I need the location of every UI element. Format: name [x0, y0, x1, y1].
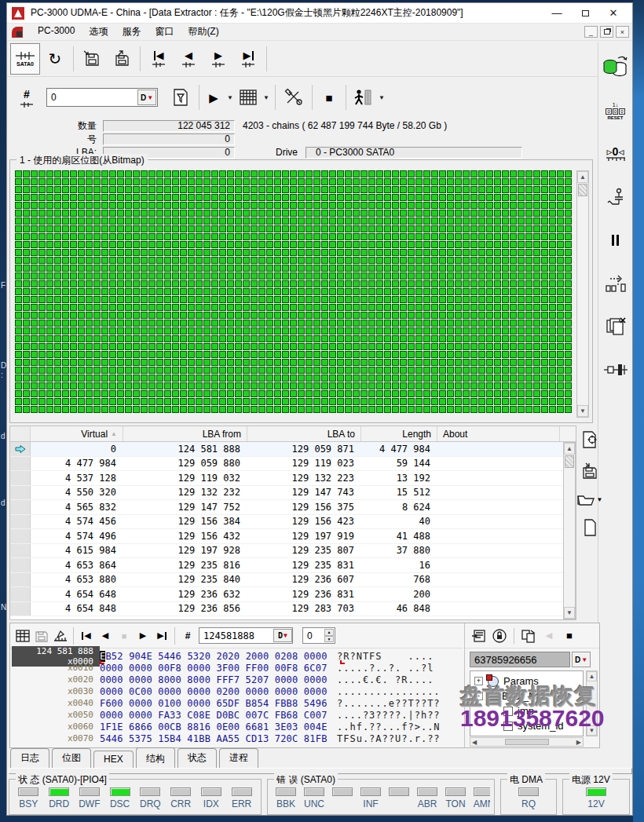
start-read-button[interactable]: ▶ [203, 82, 225, 113]
tab-进程[interactable]: 进程 [219, 748, 258, 768]
sector-counter-input[interactable]: 0 D▼ [46, 88, 158, 107]
decimal-toggle-button[interactable]: D▼ [273, 629, 292, 642]
scroll-up-icon[interactable]: ▲ [577, 171, 588, 183]
run-agent-button[interactable] [349, 82, 376, 113]
row-gutter[interactable] [10, 500, 31, 514]
table-row[interactable]: 4 537 128129 119 032129 132 22313 192 [10, 471, 576, 486]
refresh-task-button[interactable]: ↻ [40, 43, 70, 75]
save-map-button[interactable] [581, 462, 598, 480]
structure-stop-button[interactable]: ■ [560, 627, 579, 645]
table-row[interactable]: 4 654 848129 236 856129 283 70346 848 [10, 602, 576, 617]
row-gutter[interactable] [10, 457, 31, 471]
tab-位图[interactable]: 位图 [52, 748, 91, 768]
save-task-button[interactable] [77, 43, 107, 75]
menu-item-3[interactable]: 服务 [115, 24, 148, 40]
row-gutter[interactable] [10, 602, 31, 616]
hex-stop-button[interactable]: ■ [115, 627, 134, 645]
bus-config-button[interactable] [601, 356, 631, 384]
row-gutter[interactable] [10, 544, 31, 558]
nav-first-chain-button[interactable]: ◀ [144, 43, 174, 75]
hex-row[interactable]: x00500000 0000 FA33 C08E D0BC 007C FB68 … [12, 709, 463, 721]
hex-grid-view-button[interactable] [13, 627, 32, 645]
table-row[interactable]: 0124 581 888129 059 8714 477 984 [10, 442, 576, 457]
hex-row[interactable]: x00705446 5375 15B4 41BB AA55 CD13 720C … [12, 732, 463, 744]
row-gutter[interactable] [10, 573, 31, 587]
table-row[interactable]: 4 550 320129 132 232129 147 74315 512 [10, 486, 576, 501]
scroll-up-icon[interactable]: ▲ [587, 671, 597, 681]
hex-dump[interactable]: 124 581 888 x0000EB52 904E 5446 5320 202… [12, 650, 463, 746]
spin-down-icon[interactable]: ▼ [324, 636, 334, 643]
lock-structure-button[interactable] [490, 627, 509, 645]
build-map-button[interactable] [236, 82, 261, 113]
scroll-thumb[interactable] [505, 739, 549, 745]
nav-last-chain-button[interactable]: ▶ [233, 43, 263, 75]
table-row[interactable]: 4 654 648129 236 632129 236 831200 [10, 587, 576, 602]
structure-value-field[interactable]: 63785926656 [470, 652, 570, 667]
stop-button[interactable]: ■ [316, 82, 342, 113]
hex-last-button[interactable]: ▶ [152, 627, 171, 645]
clear-copies-button[interactable] [601, 312, 631, 341]
tools-button[interactable] [279, 82, 309, 113]
row-gutter[interactable] [10, 515, 31, 529]
row-gutter[interactable] [10, 471, 31, 485]
bitmap-scrollbar[interactable]: ▲ ▼ [576, 170, 589, 418]
table-row[interactable]: 4 565 832129 147 752129 156 3758 624 [10, 500, 576, 515]
spin-up-icon[interactable]: ▲ [324, 629, 334, 636]
row-gutter[interactable] [10, 442, 31, 456]
hex-save-button[interactable] [32, 627, 51, 645]
scroll-up-icon[interactable]: ▲ [564, 443, 575, 455]
row-gutter[interactable] [10, 486, 31, 500]
hex-chart-button[interactable] [51, 627, 70, 645]
run-options-dropdown[interactable]: ▼ [376, 94, 387, 101]
table-row[interactable]: 4 477 984129 059 880129 119 02359 144 [10, 457, 576, 472]
column-header-about[interactable]: About [437, 426, 560, 441]
mdi-app-icon[interactable] [12, 27, 23, 38]
pause-button[interactable] [601, 226, 631, 254]
close-button[interactable]: ✕ [599, 4, 628, 23]
column-header-virtual[interactable]: Virtual▲ [31, 426, 123, 441]
start-options-dropdown[interactable]: ▼ [225, 94, 236, 101]
map-options-dropdown[interactable]: ▼ [261, 94, 272, 101]
disk-copy-button[interactable] [601, 53, 631, 82]
table-scrollbar[interactable]: ▲ ▼ [563, 442, 576, 619]
table-row[interactable]: 4 615 984129 197 928129 235 80737 880 [10, 544, 576, 559]
row-gutter[interactable] [10, 587, 31, 601]
open-map-button[interactable]: ▼ [577, 493, 603, 506]
decimal-toggle-button[interactable]: D▼ [572, 652, 591, 667]
hex-first-button[interactable]: ◀ [77, 627, 96, 645]
maximize-button[interactable] [571, 4, 599, 23]
decimal-toggle-button[interactable]: D▼ [137, 90, 156, 105]
tab-结构[interactable]: 结构 [136, 747, 175, 769]
filter-document-button[interactable] [166, 82, 196, 113]
tree-h-scrollbar[interactable]: ◀ ▶ [470, 737, 584, 747]
nav-next-chain-button[interactable]: ▶ [203, 43, 233, 75]
hex-offset-spinner[interactable]: 0 ▲▼ [302, 627, 335, 644]
tab-日志[interactable]: 日志 [10, 748, 49, 768]
column-header-lba-from[interactable]: LBA from [123, 426, 247, 441]
sector-number-button[interactable]: # [12, 82, 42, 113]
hex-row[interactable]: 124 581 888 x0000EB52 904E 5446 5320 202… [12, 650, 463, 662]
reset-counter-button[interactable]: 1↓ 000 RESET [601, 97, 631, 125]
sector-bitmap-grid[interactable] [15, 170, 572, 413]
menu-item-1[interactable]: PC-3000 [31, 24, 82, 40]
column-header-length[interactable]: Length [361, 426, 437, 441]
hex-row[interactable]: x0040F600 0000 0100 0000 65DF B854 FBB8 … [12, 697, 463, 709]
export-task-button[interactable] [107, 43, 137, 75]
sector-view-button[interactable]: ▹0◃ [601, 140, 631, 168]
table-row[interactable]: 4 653 880129 235 840129 236 607768 [10, 573, 576, 588]
export-report-button[interactable] [470, 627, 488, 645]
hex-next-button[interactable]: ▶ [134, 627, 152, 645]
hardware-test-button[interactable] [601, 183, 631, 211]
scroll-down-icon[interactable]: ▼ [577, 405, 588, 417]
tab-状态[interactable]: 状态 [177, 748, 217, 768]
structure-back-button[interactable]: ◀ [540, 627, 558, 645]
menu-item-4[interactable]: 窗口 [148, 24, 181, 40]
table-row[interactable]: 4 574 496129 156 432129 197 91941 488 [10, 529, 576, 544]
scroll-thumb[interactable] [565, 455, 574, 468]
hex-goto-button[interactable]: # [178, 627, 197, 645]
mdi-restore-button[interactable] [600, 26, 613, 38]
mdi-minimize-button[interactable]: _ [584, 26, 598, 38]
new-map-button[interactable] [584, 519, 597, 536]
scroll-down-icon[interactable]: ▼ [564, 607, 575, 619]
hex-row[interactable]: x00300000 0C00 0000 0000 0200 0000 0000 … [12, 685, 463, 697]
